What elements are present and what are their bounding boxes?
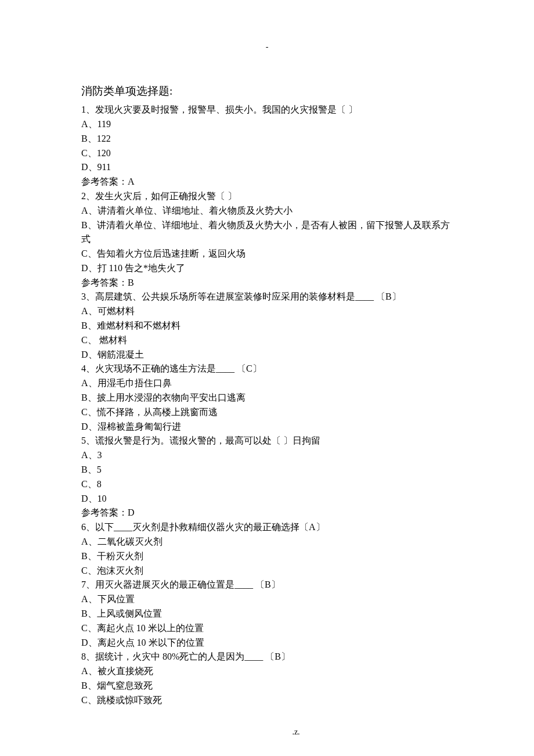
question-stem: 2、发生火灾后，如何正确报火警〔 〕 [81,189,453,204]
question-option: D、湿棉被盖身匍匐行进 [81,420,453,434]
question-stem: 6、以下____灭火剂是扑救精细仪器火灾的最正确选择〔A〕 [81,520,453,535]
question-option: B、讲清着火单位、详细地址、着火物质及火势大小，是否有人被困，留下报警人及联系方… [81,218,453,247]
footer-right: z. [294,728,300,736]
question-option: D、离起火点 10 米以下的位置 [81,636,453,650]
question-option: B、上风或侧风位置 [81,607,453,621]
question-option: D、钢筋混凝土 [81,348,453,362]
question-option: A、下风位置 [81,592,453,607]
document-page: - 消防类单项选择题: 1、发现火灾要及时报警，报警早、损失小。我国的火灾报警是… [0,0,534,756]
question-option: C、泡沫灭火剂 [81,564,453,578]
question-option: C、慌不择路，从高楼上跳窗而逃 [81,405,453,420]
question-option: B、烟气窒息致死 [81,679,453,693]
question-answer: 参考答案：D [81,506,453,520]
question-stem: 4、火灾现场不正确的逃生方法是____ 〔C〕 [81,362,453,376]
question-block: 3、高层建筑、公共娱乐场所等在进展室装修时应采用的装修材料是____ 〔B〕A、… [81,290,453,362]
question-block: 5、谎报火警是行为。谎报火警的，最高可以处〔 〕日拘留A、3B、5C、8D、10… [81,434,453,520]
questions-container: 1、发现火灾要及时报警，报警早、损失小。我国的火灾报警是〔 〕A、119B、12… [81,103,453,707]
question-option: A、被火直接烧死 [81,664,453,679]
question-option: B、披上用水浸湿的衣物向平安出口逃离 [81,391,453,405]
question-option: B、干粉灭火剂 [81,549,453,564]
document-title: 消防类单项选择题: [81,82,453,99]
question-block: 1、发现火灾要及时报警，报警早、损失小。我国的火灾报警是〔 〕A、119B、12… [81,103,453,189]
question-block: 8、据统计，火灾中 80%死亡的人是因为____ 〔B〕A、被火直接烧死B、烟气… [81,650,453,707]
question-option: C、 燃材料 [81,333,453,348]
question-stem: 3、高层建筑、公共娱乐场所等在进展室装修时应采用的装修材料是____ 〔B〕 [81,290,453,304]
question-option: A、3 [81,448,453,463]
question-option: C、120 [81,146,453,161]
question-option: B、5 [81,463,453,477]
question-option: A、用湿毛巾捂住口鼻 [81,376,453,391]
question-option: B、122 [81,132,453,146]
question-block: 2、发生火灾后，如何正确报火警〔 〕A、讲清着火单位、详细地址、着火物质及火势大… [81,189,453,290]
question-option: A、二氧化碳灭火剂 [81,535,453,549]
question-option: A、讲清着火单位、详细地址、着火物质及火势大小 [81,204,453,218]
question-option: D、911 [81,160,453,175]
question-stem: 7、用灭火器进展灭火的最正确位置是____ 〔B〕 [81,578,453,592]
question-option: C、离起火点 10 米以上的位置 [81,621,453,636]
question-option: B、难燃材料和不燃材料 [81,319,453,333]
question-option: D、10 [81,492,453,506]
question-answer: 参考答案：A [81,175,453,189]
question-block: 6、以下____灭火剂是扑救精细仪器火灾的最正确选择〔A〕A、二氧化碳灭火剂B、… [81,520,453,578]
question-option: C、跳楼或惊吓致死 [81,693,453,708]
question-option: C、8 [81,477,453,492]
question-option: D、打 110 告之*地失火了 [81,261,453,276]
question-option: A、可燃材料 [81,304,453,319]
question-stem: 1、发现火灾要及时报警，报警早、损失小。我国的火灾报警是〔 〕 [81,103,453,117]
question-stem: 8、据统计，火灾中 80%死亡的人是因为____ 〔B〕 [81,650,453,664]
question-answer: 参考答案：B [81,276,453,290]
footer: .z. [0,726,534,739]
header-mark: - [81,41,453,53]
question-option: C、告知着火方位后迅速挂断，返回火场 [81,247,453,261]
question-stem: 5、谎报火警是行为。谎报火警的，最高可以处〔 〕日拘留 [81,434,453,448]
question-block: 4、火灾现场不正确的逃生方法是____ 〔C〕A、用湿毛巾捂住口鼻B、披上用水浸… [81,362,453,434]
question-option: A、119 [81,117,453,132]
question-block: 7、用灭火器进展灭火的最正确位置是____ 〔B〕A、下风位置B、上风或侧风位置… [81,578,453,650]
